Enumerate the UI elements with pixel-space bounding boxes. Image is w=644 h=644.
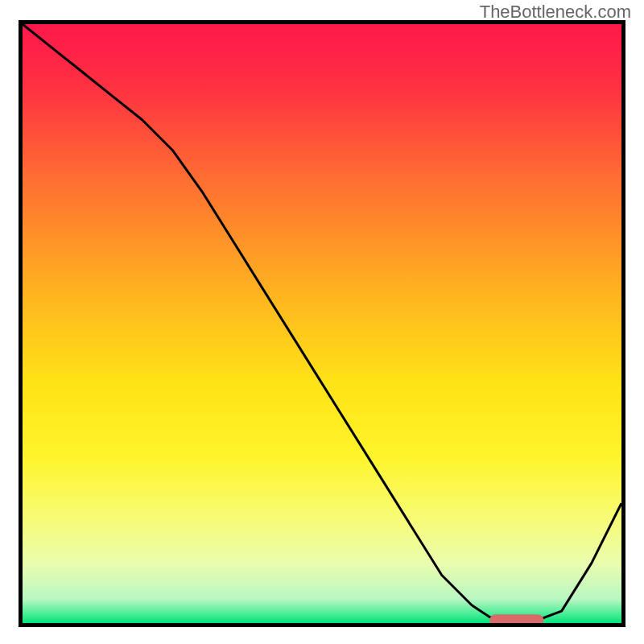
optimal-marker <box>489 614 543 623</box>
chart-container: TheBottleneck.com <box>0 0 644 644</box>
plot-frame <box>19 20 625 627</box>
gradient-background <box>23 24 621 623</box>
watermark-text: TheBottleneck.com <box>480 2 631 23</box>
chart-svg <box>23 24 621 623</box>
